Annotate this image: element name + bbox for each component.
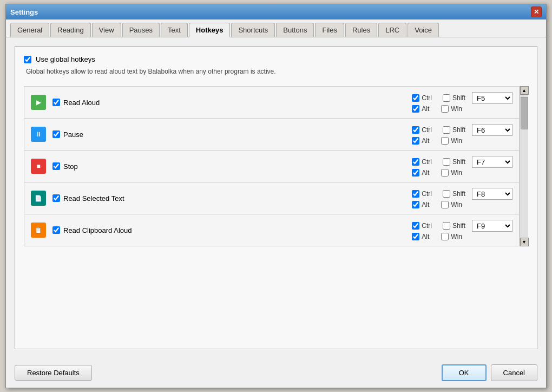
stop-label-row: Stop [52, 162, 405, 171]
content-area: Use global hotkeys Global hotkeys allow … [6, 37, 546, 358]
read-aloud-shift-label: Shift [452, 94, 465, 102]
stop-checkbox[interactable] [52, 162, 60, 170]
tab-voice[interactable]: Voice [408, 23, 439, 37]
scroll-up-button[interactable]: ▲ [520, 86, 529, 95]
tab-rules[interactable]: Rules [345, 23, 377, 37]
pause-alt-row: Alt Win [412, 137, 512, 145]
tab-shortcuts[interactable]: Shortcuts [231, 23, 275, 37]
read-selected-alt-row: Alt Win [412, 201, 512, 208]
pause-label-row: Pause [52, 130, 405, 139]
pause-ctrl-label: Ctrl [422, 126, 432, 134]
read-clipboard-label-row: Read Clipboard Aloud [52, 226, 405, 234]
tab-files[interactable]: Files [315, 23, 344, 37]
global-hotkeys-checkbox[interactable] [24, 56, 31, 63]
read-selected-ctrl-label: Ctrl [422, 190, 432, 198]
pause-ctrl-row: Ctrl Shift F6F1F2F3F4F5F7F8F9F10F11F12 [412, 124, 512, 136]
read-selected-icon: 📄 [31, 191, 46, 206]
read-clipboard-shift-checkbox[interactable] [443, 222, 450, 230]
read-clipboard-alt-checkbox[interactable] [412, 233, 419, 240]
global-hotkeys-desc: Global hotkeys allow to read aloud text … [26, 68, 528, 75]
read-clipboard-ctrl-row: Ctrl Shift F9F1F2F3F4F5F6F7F8F10F11F12 [412, 220, 512, 232]
read-clipboard-key-dropdown[interactable]: F9F1F2F3F4F5F6F7F8F10F11F12 [472, 220, 512, 232]
read-aloud-win-checkbox[interactable] [441, 105, 449, 113]
ok-button[interactable]: OK [442, 364, 487, 381]
read-selected-key-dropdown[interactable]: F8F1F2F3F4F5F6F7F9F10F11F12 [472, 188, 512, 200]
scroll-down-button[interactable]: ▼ [520, 238, 529, 246]
stop-alt-label: Alt [422, 169, 429, 177]
stop-modifiers: Ctrl Shift F7F1F2F3F4F5F6F8F9F10F11F12 [412, 156, 512, 177]
read-selected-modifiers: Ctrl Shift F8F1F2F3F4F5F6F7F9F10F11F12 [412, 188, 512, 208]
stop-name: Stop [63, 162, 78, 171]
pause-win-checkbox[interactable] [441, 137, 449, 145]
read-clipboard-alt-label: Alt [422, 233, 429, 240]
tab-general[interactable]: General [10, 23, 49, 37]
stop-win-label: Win [451, 169, 462, 177]
read-aloud-icon: ▶ [31, 95, 46, 110]
read-aloud-checkbox[interactable] [52, 99, 60, 106]
read-selected-shift-checkbox[interactable] [443, 190, 450, 198]
read-selected-alt-checkbox[interactable] [412, 201, 419, 208]
ok-cancel-group: OK Cancel [442, 364, 537, 381]
read-aloud-alt-label: Alt [422, 105, 429, 113]
pause-ctrl-checkbox[interactable] [412, 126, 419, 134]
read-aloud-shift-checkbox[interactable] [443, 94, 450, 102]
global-hotkeys-row: Use global hotkeys [24, 55, 528, 63]
scroll-thumb[interactable] [521, 97, 528, 129]
restore-defaults-button[interactable]: Restore Defaults [15, 365, 92, 381]
stop-shift-checkbox[interactable] [443, 158, 450, 166]
pause-name: Pause [63, 130, 83, 139]
stop-ctrl-label: Ctrl [422, 158, 432, 166]
tab-pauses[interactable]: Pauses [122, 23, 160, 37]
bottom-bar: Restore Defaults OK Cancel [6, 358, 546, 388]
stop-alt-checkbox[interactable] [412, 169, 419, 177]
pause-alt-checkbox[interactable] [412, 137, 419, 145]
pause-icon: ⏸ [31, 127, 46, 142]
tab-buttons[interactable]: Buttons [276, 23, 314, 37]
hotkey-row-pause: ⏸ Pause Ctrl Shi [24, 119, 519, 151]
hotkeys-inner: ▶ Read Aloud Ctrl [24, 86, 520, 246]
pause-modifiers: Ctrl Shift F6F1F2F3F4F5F7F8F9F10F11F12 [412, 124, 512, 145]
pause-key-dropdown[interactable]: F6F1F2F3F4F5F7F8F9F10F11F12 [472, 124, 512, 136]
read-clipboard-name: Read Clipboard Aloud [63, 226, 132, 234]
read-selected-ctrl-checkbox[interactable] [412, 190, 419, 198]
read-aloud-name: Read Aloud [63, 99, 100, 107]
read-selected-alt-label: Alt [422, 201, 429, 208]
title-bar: Settings ✕ [6, 4, 546, 19]
read-selected-ctrl-row: Ctrl Shift F8F1F2F3F4F5F6F7F9F10F11F12 [412, 188, 512, 200]
pause-shift-label: Shift [452, 126, 465, 134]
stop-ctrl-row: Ctrl Shift F7F1F2F3F4F5F6F8F9F10F11F12 [412, 156, 512, 168]
stop-win-checkbox[interactable] [441, 169, 449, 177]
read-aloud-alt-checkbox[interactable] [412, 105, 419, 113]
stop-ctrl-checkbox[interactable] [412, 158, 419, 166]
read-clipboard-shift-label: Shift [452, 222, 465, 230]
pause-shift-checkbox[interactable] [443, 126, 450, 134]
tab-lrc[interactable]: LRC [378, 23, 406, 37]
hotkey-row-read-aloud: ▶ Read Aloud Ctrl [24, 87, 519, 119]
settings-window: Settings ✕ General Reading View Pauses T… [5, 4, 547, 388]
tab-reading[interactable]: Reading [50, 23, 90, 37]
read-clipboard-win-checkbox[interactable] [441, 233, 449, 240]
read-selected-checkbox[interactable] [52, 194, 60, 202]
read-clipboard-alt-row: Alt Win [412, 233, 512, 240]
global-hotkeys-label: Use global hotkeys [36, 55, 95, 63]
hotkeys-panel: Use global hotkeys Global hotkeys allow … [15, 46, 537, 349]
scrollbar[interactable]: ▲ ▼ [520, 86, 528, 246]
close-button[interactable]: ✕ [531, 6, 542, 17]
read-clipboard-ctrl-checkbox[interactable] [412, 222, 419, 230]
tab-hotkeys[interactable]: Hotkeys [189, 23, 231, 37]
read-aloud-key-dropdown[interactable]: F5F1F2F3F4F6F7F8F9F10F11F12 [472, 92, 512, 104]
cancel-button[interactable]: Cancel [491, 364, 537, 381]
read-clipboard-win-label: Win [451, 233, 462, 240]
read-clipboard-icon: 📋 [31, 223, 46, 238]
stop-alt-row: Alt Win [412, 169, 512, 177]
read-clipboard-checkbox[interactable] [52, 226, 60, 234]
read-aloud-ctrl-checkbox[interactable] [412, 94, 419, 102]
read-aloud-label-row: Read Aloud [52, 99, 405, 107]
stop-key-dropdown[interactable]: F7F1F2F3F4F5F6F8F9F10F11F12 [472, 156, 512, 168]
pause-win-label: Win [451, 137, 462, 145]
tab-view[interactable]: View [92, 23, 121, 37]
read-selected-win-checkbox[interactable] [441, 201, 449, 208]
pause-checkbox[interactable] [52, 130, 60, 138]
tab-text[interactable]: Text [161, 23, 188, 37]
read-aloud-win-label: Win [451, 105, 462, 113]
